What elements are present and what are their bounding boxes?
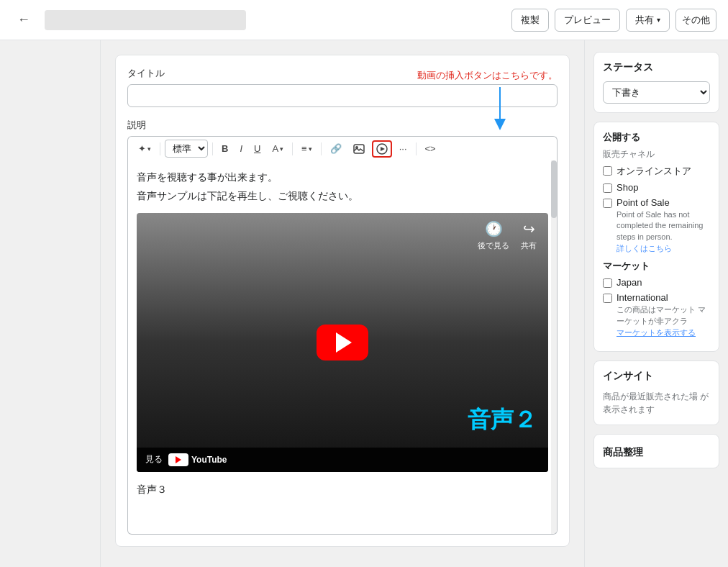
youtube-bottom-bar: 見る YouTube bbox=[137, 448, 548, 472]
yt-watch-label: 見る bbox=[145, 453, 163, 466]
desc-label: 説明 bbox=[127, 119, 558, 132]
section-title-audio3: 音声３ bbox=[137, 481, 548, 499]
publish-heading: 公開する bbox=[603, 131, 710, 144]
bold-button[interactable]: B bbox=[217, 140, 232, 157]
editor-area: 動画の挿入ボタンはこちらです。 タイトル 説明 bbox=[101, 40, 584, 567]
scroll-thumb[interactable] bbox=[551, 160, 557, 218]
youtube-title-overlay: 音声２ bbox=[468, 404, 537, 436]
title-card: タイトル 説明 ✦ ▾ 標準 B I U A ▾ bbox=[115, 55, 570, 547]
divider-2 bbox=[212, 142, 213, 155]
share-btn[interactable]: ↪ 共有 bbox=[521, 220, 537, 251]
more-format-button[interactable]: ··· bbox=[395, 140, 411, 157]
divider-3 bbox=[292, 142, 293, 155]
yt-logo-text: YouTube bbox=[191, 455, 227, 465]
preview-button[interactable]: プレビュー bbox=[555, 9, 620, 32]
back-button[interactable]: ← bbox=[12, 9, 36, 30]
divider-1 bbox=[160, 142, 160, 155]
channel-pos-desc: Point of Sale has not completed the rema… bbox=[616, 209, 710, 242]
yt-logo-icon bbox=[168, 453, 188, 466]
insight-heading: インサイト bbox=[603, 370, 710, 383]
align-button[interactable]: ≡ ▾ bbox=[297, 140, 317, 157]
top-bar-left: ← bbox=[12, 9, 246, 30]
channel-online-store-check[interactable] bbox=[603, 166, 612, 176]
watch-later-btn[interactable]: 🕐 後で見る bbox=[478, 220, 509, 251]
product-org-heading: 商品整理 bbox=[603, 446, 710, 459]
magic-btn[interactable]: ✦ ▾ bbox=[134, 140, 155, 157]
underline-button[interactable]: U bbox=[250, 140, 265, 157]
divider-5 bbox=[416, 142, 417, 155]
publish-section: 公開する 販売チャネル オンラインストア Shop Point o bbox=[593, 122, 719, 352]
channel-pos-name: Point of Sale bbox=[616, 197, 710, 208]
share-button[interactable]: 共有 ▾ bbox=[626, 9, 670, 32]
channel-shop-check[interactable] bbox=[603, 183, 612, 193]
insight-section: インサイト 商品が最近販売された場 が表示されます bbox=[593, 360, 719, 425]
channel-pos-check[interactable] bbox=[603, 199, 612, 208]
right-sidebar: ステータス 下書き 公開する 販売チャネル オンラインストア Shop bbox=[584, 40, 728, 567]
yt-logo-play-icon bbox=[176, 456, 181, 463]
rich-toolbar: ✦ ▾ 標準 B I U A ▾ ≡ ▾ bbox=[127, 136, 558, 160]
title-input[interactable] bbox=[127, 84, 558, 107]
channel-online-store: オンラインストア bbox=[603, 165, 710, 178]
market-international-desc: この商品はマーケット マーケットが非アクラ bbox=[616, 304, 710, 327]
market-international-check[interactable] bbox=[603, 294, 612, 303]
more-button[interactable]: その他 bbox=[675, 9, 716, 32]
content-line-1: 音声を視聴する事が出来ます。 bbox=[137, 169, 548, 185]
main-content: 動画の挿入ボタンはこちらです。 タイトル 説明 bbox=[0, 40, 728, 567]
image-button[interactable] bbox=[349, 140, 369, 158]
market-international: International この商品はマーケット マーケットが非アクラ マーケッ… bbox=[603, 292, 710, 338]
rich-content-area[interactable]: 音声を視聴する事が出来ます。 音声サンプルは下記を再生し、ご視聴ください。 🕐 … bbox=[127, 160, 558, 535]
market-heading: マーケット bbox=[603, 260, 710, 273]
channel-pos: Point of Sale Point of Sale has not comp… bbox=[603, 197, 710, 254]
color-button[interactable]: A ▾ bbox=[268, 140, 288, 157]
youtube-embed[interactable]: 🕐 後で見る ↪ 共有 bbox=[137, 213, 548, 472]
top-bar-right: 複製 プレビュー 共有 ▾ その他 bbox=[511, 9, 716, 32]
content-line-2: 音声サンプルは下記を再生し、ご視聴ください。 bbox=[137, 188, 548, 204]
status-heading: ステータス bbox=[603, 61, 710, 74]
top-bar: ← 複製 プレビュー 共有 ▾ その他 bbox=[0, 0, 728, 40]
play-triangle-icon bbox=[336, 332, 352, 353]
link-button[interactable]: 🔗 bbox=[326, 140, 346, 157]
left-panel bbox=[0, 40, 101, 567]
channel-online-store-name: オンラインストア bbox=[616, 165, 710, 178]
market-international-name: International bbox=[616, 292, 710, 303]
yt-logo: YouTube bbox=[168, 453, 227, 466]
market-japan-name: Japan bbox=[616, 277, 710, 288]
svg-marker-4 bbox=[381, 147, 385, 151]
market-japan: Japan bbox=[603, 277, 710, 288]
insight-text: 商品が最近販売された場 が表示されます bbox=[603, 390, 710, 416]
divider-4 bbox=[321, 142, 322, 155]
code-button[interactable]: <> bbox=[421, 140, 440, 157]
status-select[interactable]: 下書き bbox=[603, 81, 710, 104]
status-section: ステータス 下書き bbox=[593, 52, 719, 113]
market-section: マーケット Japan International この商品はマーケット マーケ… bbox=[603, 260, 710, 338]
page-title-placeholder bbox=[45, 10, 246, 30]
style-select[interactable]: 標準 bbox=[165, 140, 208, 158]
market-international-link[interactable]: マーケットを表示する bbox=[616, 328, 696, 337]
italic-button[interactable]: I bbox=[235, 140, 247, 157]
channel-shop: Shop bbox=[603, 182, 710, 193]
product-org-section: 商品整理 bbox=[593, 434, 719, 468]
duplicate-button[interactable]: 複製 bbox=[511, 9, 549, 32]
scroll-indicator bbox=[551, 160, 557, 534]
video-insert-button[interactable] bbox=[372, 140, 392, 158]
channel-shop-name: Shop bbox=[616, 182, 710, 193]
youtube-top-bar: 🕐 後で見る ↪ 共有 bbox=[466, 213, 548, 258]
youtube-play-button[interactable] bbox=[317, 325, 368, 360]
sales-channel-label: 販売チャネル bbox=[603, 148, 710, 160]
channel-pos-link[interactable]: 詳しくはこちら bbox=[616, 244, 672, 253]
market-japan-check[interactable] bbox=[603, 278, 612, 288]
title-label: タイトル bbox=[127, 67, 558, 80]
